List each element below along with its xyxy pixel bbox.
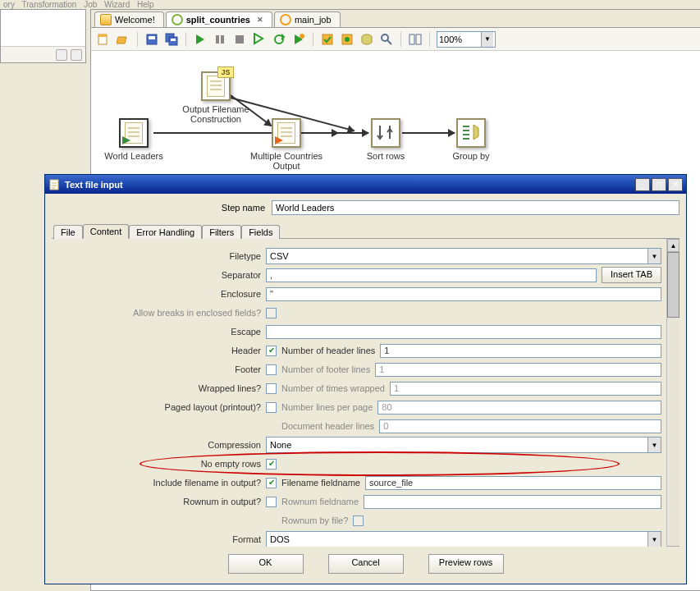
paged-checkbox[interactable] [266,402,277,413]
tab-error-handling[interactable]: Error Handling [129,225,202,239]
svg-rect-3 [149,36,155,39]
menu-item[interactable]: Transformation [22,0,77,9]
doc-header-lines-label: Document header lines [281,421,374,431]
preview-rows-button[interactable]: Preview rows [428,554,504,574]
titlebar[interactable]: Text file input _ □ ✕ [45,175,686,194]
save-as-icon[interactable] [164,32,179,47]
doc-header-lines-input [379,419,661,433]
escape-input[interactable] [266,325,661,339]
compression-select[interactable]: None▼ [266,437,661,453]
node-sort-rows[interactable]: Sort rows [336,118,435,161]
enclosure-input[interactable] [266,287,661,301]
scroll-thumb[interactable] [667,252,679,318]
dialog-buttons: OK Cancel Preview rows [45,547,686,584]
panel-action-icon[interactable] [56,49,67,61]
menubar: ory Transformation Job Wizard Help [0,0,700,9]
insert-tab-button[interactable]: Insert TAB [602,267,661,283]
explore-icon[interactable] [379,32,394,47]
folder-icon [100,14,112,25]
wrap-times-label: Number of times wrapped [281,383,385,393]
tab-file[interactable]: File [53,225,83,239]
step-name-input[interactable] [272,200,679,215]
node-world-leaders[interactable]: World Leaders [85,118,183,161]
svg-rect-6 [171,39,176,41]
toolbar: 100% ▼ [91,28,700,51]
save-icon[interactable] [144,32,159,47]
rownum-fieldname-label: Rownum fieldname [281,497,359,506]
scroll-down-icon[interactable]: ▼ [667,546,679,547]
dialog-text-file-input: Text file input _ □ ✕ Step name File Con… [44,174,687,584]
select-value: DOS [270,534,290,544]
tab-split-countries[interactable]: split_countries ✕ [166,11,272,27]
panel-action-icon[interactable] [71,49,82,61]
compression-label: Compression [52,440,266,450]
allow-breaks-checkbox [266,308,277,318]
format-select[interactable]: DOS▼ [266,531,661,547]
lines-per-page-label: Number lines per page [281,402,373,412]
menu-item[interactable]: Job [84,0,97,9]
stop-icon[interactable] [232,32,247,47]
new-icon[interactable] [96,32,111,47]
node-group-by[interactable]: Group by [422,118,520,161]
tab-welcome[interactable]: Welcome! [94,11,164,27]
debug-icon[interactable] [272,32,286,47]
minimize-icon[interactable]: _ [635,178,650,191]
close-icon[interactable]: ✕ [257,16,263,24]
rownum-fieldname-input [364,495,661,509]
scrollbar[interactable]: ▲ ▼ [666,239,679,547]
preview-icon[interactable] [252,32,267,47]
format-label: Format [52,534,266,544]
rownum-by-file-checkbox [353,515,364,526]
transformation-canvas[interactable]: JS Output Filename Construction World Le… [91,51,700,178]
run-icon[interactable] [193,32,208,47]
node-label: World Leaders [104,151,162,161]
replay-icon[interactable] [291,32,306,47]
maximize-icon[interactable]: □ [652,178,666,191]
tab-label: main_job [295,15,332,25]
node-label: Sort rows [367,151,405,161]
wrapped-checkbox[interactable] [266,383,277,394]
no-empty-checkbox[interactable] [266,459,277,470]
check-icon[interactable] [320,32,335,47]
svg-rect-8 [221,35,224,44]
filetype-label: Filetype [52,251,266,261]
filename-fieldname-input[interactable] [365,476,661,490]
ok-button[interactable]: OK [228,554,304,574]
node-multi-countries[interactable]: Multiple Countries Output [237,118,336,171]
node-js[interactable]: JS Output Filename Construction [167,71,265,124]
scroll-up-icon[interactable]: ▲ [667,239,679,252]
menu-item[interactable]: Help [137,0,154,9]
open-icon[interactable] [116,32,130,47]
job-icon [280,14,291,25]
include-filename-label: Include filename in output? [52,478,266,488]
svg-rect-7 [216,35,219,44]
zoom-value: 100% [439,34,462,44]
chevron-down-icon: ▼ [647,249,661,263]
close-icon[interactable]: ✕ [668,178,683,191]
sql-icon[interactable] [359,32,374,47]
tab-fields[interactable]: Fields [241,225,280,239]
separator-input[interactable] [266,268,597,282]
rownum-checkbox[interactable] [266,497,277,507]
zoom-select[interactable]: 100% ▼ [437,31,496,48]
filetype-select[interactable]: CSV▼ [266,248,661,264]
footer-label: Footer [52,364,266,374]
results-icon[interactable] [408,32,423,47]
tab-label: split_countries [186,15,250,25]
header-checkbox[interactable] [266,346,277,356]
include-filename-checkbox[interactable] [266,478,277,488]
menu-item[interactable]: Wizard [104,0,130,9]
node-label: Group by [452,151,489,161]
pause-icon[interactable] [213,32,227,47]
impact-icon[interactable] [340,32,355,47]
cancel-button[interactable]: Cancel [328,554,404,574]
tab-filters[interactable]: Filters [202,225,241,239]
tab-content[interactable]: Content [83,224,130,239]
tab-main-job[interactable]: main_job [274,11,341,27]
footer-checkbox[interactable] [266,364,277,375]
header-lines-input[interactable] [380,344,661,358]
footer-lines-input [375,363,661,377]
rownum-label: Rownum in output? [52,497,266,506]
menu-item[interactable]: ory [3,0,15,9]
filename-fieldname-label: Filename fieldname [281,478,360,488]
